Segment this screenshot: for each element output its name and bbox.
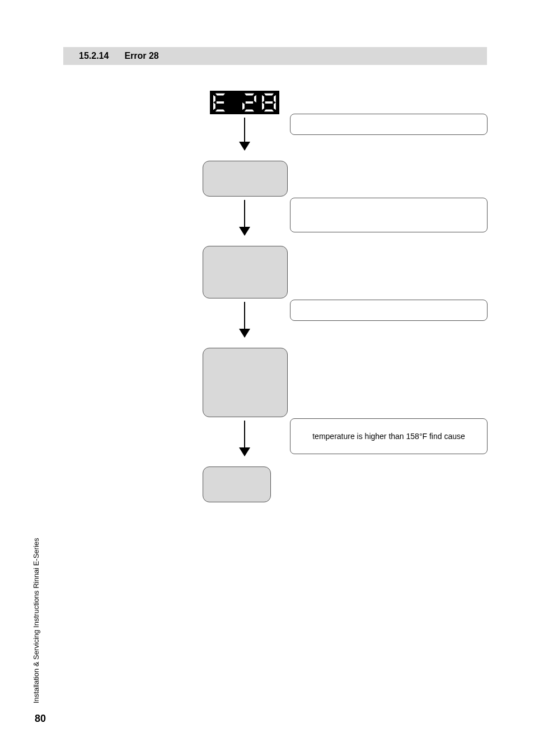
seg-char-8 — [262, 93, 276, 112]
side-document-title: Installation & Servicing Instructions Ri… — [32, 538, 40, 703]
svg-marker-14 — [262, 102, 264, 110]
svg-marker-5 — [245, 94, 254, 96]
flow-arrow-2 — [244, 200, 245, 235]
page: 15.2.14 Error 28 — [0, 0, 534, 756]
section-header: 15.2.14 Error 28 — [63, 47, 487, 65]
error-description-label — [290, 114, 488, 135]
seg-char-e — [213, 93, 227, 112]
svg-marker-7 — [246, 101, 253, 104]
flow-step-1-label — [290, 198, 488, 232]
svg-marker-11 — [262, 95, 264, 102]
svg-marker-16 — [264, 109, 274, 111]
svg-marker-15 — [274, 102, 276, 110]
svg-marker-9 — [245, 109, 254, 111]
seg-char-2 — [242, 93, 256, 112]
flow-step-2-label — [290, 300, 488, 321]
svg-marker-13 — [265, 101, 273, 104]
seg-spacer — [233, 93, 237, 112]
svg-marker-4 — [216, 109, 225, 111]
svg-marker-3 — [213, 102, 216, 110]
flow-step-1 — [203, 161, 288, 197]
svg-marker-2 — [217, 101, 224, 104]
flow-step-3-label: temperature is higher than 158°F find ca… — [290, 418, 488, 454]
flow-arrow-4 — [244, 421, 245, 456]
svg-marker-12 — [274, 95, 276, 102]
svg-marker-0 — [216, 94, 225, 96]
section-title: Error 28 — [124, 51, 158, 61]
flow-step-3 — [203, 348, 288, 417]
flow-step-2 — [203, 246, 288, 298]
svg-marker-6 — [254, 95, 256, 102]
flow-arrow-3 — [244, 302, 245, 337]
flow-step-4 — [203, 466, 271, 502]
svg-marker-8 — [242, 102, 245, 110]
svg-marker-10 — [264, 94, 274, 96]
section-number: 15.2.14 — [79, 51, 109, 61]
flow-arrow-1 — [244, 118, 245, 150]
error-code-display — [210, 91, 279, 114]
page-number: 80 — [35, 713, 46, 725]
svg-marker-1 — [213, 95, 216, 102]
